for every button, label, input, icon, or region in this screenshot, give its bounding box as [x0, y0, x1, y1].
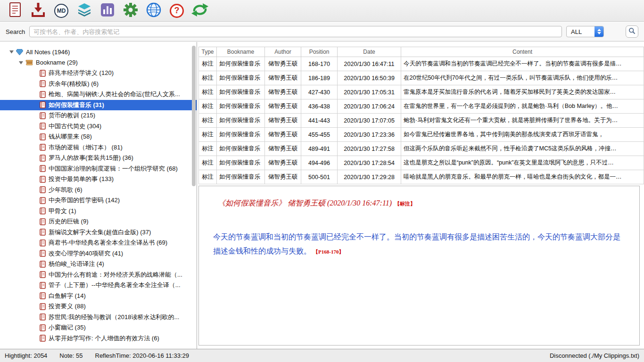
- book-label: 中国古代简史 (304): [49, 122, 101, 131]
- cell-bookname: 如何假装懂音乐: [217, 142, 265, 156]
- book-label: 投资中最简单的事 (133): [49, 175, 114, 183]
- book-label: 枪炮、病菌与钢铁:人类社会的命运(世纪人文系...: [49, 90, 180, 99]
- note-row[interactable]: 标注如何假装懂音乐储智勇王硕186-1892020/1/30 16:50:39在…: [199, 71, 644, 85]
- toolbar-button-layers[interactable]: [76, 2, 93, 20]
- sidebar-book-item[interactable]: 货币的教训 (215): [0, 110, 197, 121]
- cell-bookname: 如何假装懂音乐: [217, 114, 265, 128]
- note-row[interactable]: 标注如何假装懂音乐储智勇王硕455-4552020/1/30 17:23:36如…: [199, 128, 644, 142]
- toolbar-button-markdown[interactable]: MD: [53, 2, 70, 20]
- book-label: 商君书-中华经典名著全本全注全译丛书 (69): [49, 239, 167, 247]
- layers-icon: [76, 2, 92, 20]
- search-label: Search: [6, 28, 25, 35]
- sidebar-book-item[interactable]: 罗马人的故事(套装共15册) (36): [0, 153, 197, 164]
- column-header-bookname[interactable]: Bookname: [217, 47, 265, 57]
- column-header-content[interactable]: Content: [401, 47, 644, 57]
- cell-date: 2020/1/30 16:47:11: [338, 57, 401, 71]
- toolbar-button-download[interactable]: [30, 2, 47, 20]
- note-row[interactable]: 标注如何假装懂音乐储智勇王硕436-4382020/1/30 17:06:24在…: [199, 99, 644, 114]
- book-icon: [40, 313, 46, 321]
- cell-date: 2020/1/30 17:05:31: [338, 85, 401, 99]
- sidebar-book-item[interactable]: 中国国家治理的制度逻辑：一个组织学研究 (68): [0, 164, 197, 174]
- sidebar-book-item[interactable]: 新编说文解字大全集(超值白金版) (37): [0, 227, 197, 238]
- detail-page-ref: 【P168-170】: [313, 249, 344, 255]
- column-header-position[interactable]: Position: [301, 47, 338, 57]
- book-label: 历史的巨镜 (9): [49, 217, 89, 226]
- sidebar-book-item[interactable]: 投资中最简单的事 (133): [0, 174, 197, 185]
- toolbar-button-refresh[interactable]: [191, 2, 208, 20]
- sidebar-book-item[interactable]: 小窗幽记 (35): [0, 322, 197, 333]
- sidebar-book-item[interactable]: 市场的逻辑（增订本） (81): [0, 142, 197, 153]
- sidebar-book-item[interactable]: 从零开始学写作: 个人增值的有效方法 (6): [0, 333, 197, 344]
- note-row[interactable]: 标注如何假装懂音乐储智勇王硕494-4962020/1/30 17:28:54这…: [199, 156, 644, 170]
- column-header-type[interactable]: Type: [199, 47, 217, 57]
- book-icon: [40, 155, 46, 162]
- sidebar-book-item[interactable]: 枪炮、病菌与钢铁:人类社会的命运(世纪人文系...: [0, 89, 197, 100]
- sidebar-book-item[interactable]: 中国古代简史 (304): [0, 121, 197, 132]
- cell-bookname: 如何假装懂音乐: [217, 99, 265, 114]
- sidebar-book-item[interactable]: 白鱼解字 (14): [0, 291, 197, 302]
- note-row[interactable]: 标注如何假装懂音乐储智勇王硕441-4432020/1/30 17:07:05鲍…: [199, 114, 644, 128]
- sidebar-book-item[interactable]: 管子（上下册）--中华经典名著全本全注全译（...: [0, 280, 197, 291]
- stats-icon: [99, 2, 116, 20]
- note-row[interactable]: 标注如何假装懂音乐储智勇王硕489-4912020/1/30 17:27:58但…: [199, 142, 644, 156]
- book-icon: [40, 282, 46, 289]
- book-icon: [40, 324, 46, 331]
- book-label: 市场的逻辑（增订本） (81): [49, 143, 123, 152]
- book-icon: [40, 218, 46, 225]
- sidebar-scrollbar[interactable]: [192, 46, 196, 186]
- toolbar-button-notes[interactable]: [7, 2, 24, 20]
- toolbar-button-stats[interactable]: [99, 2, 116, 20]
- sidebar-book-item[interactable]: 杨伯峻_论语译注 (4): [0, 259, 197, 270]
- cell-content: 雷鬼原本是牙买加流行音乐的代名词，随着牙买加移民到了英美之类的发达国家…: [401, 85, 644, 99]
- cell-content: 鲍勃·马利对雷鬼文化还有一个重大贡献，就是将脏辫传播到了世界各地。关于为…: [401, 114, 644, 128]
- detail-type-tag: 【标注】: [395, 201, 415, 206]
- disclosure-triangle-icon[interactable]: [8, 50, 14, 54]
- cell-type: 标注: [199, 142, 217, 156]
- cell-content: 这也是朋克之所以是“punk”的原因。“punk”在英文里是流氓阿飞的意思，只不…: [401, 156, 644, 170]
- cell-content: 在雷鬼的世界里，有一个名字是必须提到的，就是鲍勃·马利（Bob Marley）。…: [401, 99, 644, 114]
- note-row[interactable]: 标注如何假装懂音乐储智勇王硕500-5012020/1/30 17:29:28嘻…: [199, 170, 644, 184]
- toolbar-button-web[interactable]: [145, 2, 162, 20]
- sidebar-book-item[interactable]: 甲骨文 (1): [0, 206, 197, 217]
- cell-author: 储智勇王硕: [265, 57, 301, 71]
- book-icon: [40, 70, 46, 77]
- search-input[interactable]: [29, 26, 562, 37]
- sidebar-book-item[interactable]: 历史的巨镜 (9): [0, 216, 197, 227]
- sidebar-item-bookname[interactable]: Bookname (29): [0, 58, 197, 68]
- status-highlight-count: Hightlight: 2054: [5, 352, 47, 359]
- magnifier-icon: [628, 27, 636, 36]
- sidebar-book-item[interactable]: 中国为什么有前途：对外经济关系的战略潜能（...: [0, 270, 197, 280]
- search-button[interactable]: [626, 25, 638, 38]
- column-header-date[interactable]: Date: [338, 47, 401, 57]
- book-label: 甲骨文 (1): [49, 207, 76, 215]
- sidebar-book-item[interactable]: 钱从哪里来 (58): [0, 132, 197, 142]
- bookstack-icon: [25, 59, 33, 66]
- disclosure-triangle-icon[interactable]: [18, 61, 24, 65]
- note-row[interactable]: 标注如何假装懂音乐储智勇王硕168-1702020/1/30 16:47:11今…: [199, 57, 644, 71]
- cell-type: 标注: [199, 156, 217, 170]
- cell-position: 168-170: [301, 57, 338, 71]
- toolbar: MD ?: [0, 0, 644, 22]
- sidebar-item-all-notes[interactable]: All Notes (1946): [0, 47, 197, 58]
- filter-value: ALL: [571, 28, 582, 35]
- sidebar-book-item[interactable]: 苏世民:我的经验与教训（2018读桥水达利欧的...: [0, 312, 197, 323]
- sidebar-book-item[interactable]: 薛兆丰经济学讲义 (120): [0, 68, 197, 79]
- toolbar-button-settings[interactable]: [122, 2, 139, 20]
- book-label: 改变心理学的40项研究 (41): [49, 249, 123, 258]
- book-label: 货币的教训 (215): [49, 111, 95, 120]
- sidebar-book-item[interactable]: 中央帝国的哲学密码 (142): [0, 195, 197, 206]
- sidebar-book-item[interactable]: 庆余年(精校版) (6): [0, 79, 197, 90]
- note-row[interactable]: 标注如何假装懂音乐储智勇王硕427-4302020/1/30 17:05:31雷…: [199, 85, 644, 99]
- cell-position: 494-496: [301, 156, 338, 170]
- filter-dropdown[interactable]: ALL: [566, 26, 604, 37]
- sidebar-book-item[interactable]: 改变心理学的40项研究 (41): [0, 248, 197, 259]
- cell-content: 嘻哈就是黑人的朋克音乐。和最早的朋克一样，嘻哈也是来自街头的文化，都是一…: [401, 170, 644, 184]
- sidebar-book-item[interactable]: 如何假装懂音乐 (31): [0, 100, 197, 111]
- app-window: MD ?: [0, 0, 644, 362]
- sidebar-book-item[interactable]: 商君书-中华经典名著全本全注全译丛书 (69): [0, 238, 197, 248]
- sidebar-book-item[interactable]: 投资要义 (88): [0, 301, 197, 312]
- sidebar-book-item[interactable]: 少年凯歌 (6): [0, 185, 197, 196]
- toolbar-button-help[interactable]: ?: [168, 2, 185, 20]
- cell-date: 2020/1/30 17:23:36: [338, 128, 401, 142]
- column-header-author[interactable]: Author: [265, 47, 301, 57]
